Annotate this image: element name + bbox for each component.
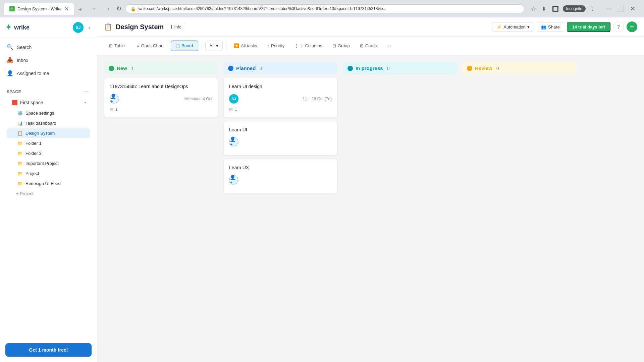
window-maximize-button[interactable]: ⬜ [615,4,626,14]
reload-button[interactable]: ↻ [114,4,123,14]
sidebar-space-section: Space ⋯ First space ▾ ⚙️ Space settings … [0,82,97,200]
window-close-button[interactable]: ✕ [628,4,637,14]
board-icon: ⬚ [176,43,180,48]
tab-gantt[interactable]: ≡ Gantt Chart [132,41,169,51]
more-options-button[interactable]: ··· [383,40,395,52]
info-button[interactable]: ℹ Info [167,23,185,31]
download-button[interactable]: ⬇ [540,4,548,13]
task-title: 1197315045: Learn about DesignOps [110,83,212,90]
sidebar-item-inbox[interactable]: 📥 Inbox [0,54,97,67]
new-tab-button[interactable]: + [75,4,85,15]
column-count-new: 1 [131,66,134,71]
sidebar-item-important-project[interactable]: 📁 Important Project [7,159,90,168]
sidebar-item-search[interactable]: 🔍 Search [0,41,97,54]
column-count-planned: 3 [260,66,262,71]
forward-button[interactable]: → [102,4,112,14]
extensions-button[interactable]: 🔲 [550,4,561,13]
column-header-review[interactable]: Review 0 [462,62,576,74]
task-card[interactable]: 1197315045: Learn about DesignOps 👤+ Mil… [104,78,218,118]
global-add-button[interactable]: + [627,21,637,32]
gantt-label: Gantt Chart [141,43,164,48]
space-settings-label: Space settings [25,111,54,116]
cards-button[interactable]: ⊞ Cards [356,41,381,51]
board-column-inprogress: In progress 0 [343,62,457,355]
search-icon: 🔍 [7,44,13,50]
sidebar-header: ✦ wrike SJ ‹ [0,17,97,38]
all-dropdown[interactable]: All ▾ [205,41,223,51]
user-avatar[interactable]: SJ [73,22,84,33]
help-button[interactable]: ? [613,21,624,32]
space-icon [12,100,17,105]
sidebar-item-space-settings[interactable]: ⚙️ Space settings [7,108,90,118]
sidebar-item-assigned[interactable]: 👤 Assigned to me [0,67,97,80]
topbar-page-icon: 📋 [104,23,112,31]
topbar-title-area: 📋 Design System ℹ Info [104,23,185,31]
sidebar-item-first-space[interactable]: First space ▾ [7,97,90,108]
priority-button[interactable]: ↕ Priority [263,41,288,51]
folder3-icon: 📁 [17,151,23,156]
free-trial-button[interactable]: Get 1 month free! [5,343,92,357]
task-meta: 👤+ [229,175,332,185]
active-browser-tab[interactable]: ✓ Design System - Wrike ✕ [4,3,74,15]
space-section-header: Space ⋯ [5,86,92,97]
column-title-new: New [117,65,127,71]
tab-table[interactable]: ⊞ Table [104,41,130,51]
add-assignee-button[interactable]: 👤+ [229,137,238,146]
add-assignee-button[interactable]: 👤+ [110,94,119,104]
tab-title: Design System - Wrike [17,6,62,11]
tab-close-button[interactable]: ✕ [64,6,69,12]
tab-board[interactable]: ⬚ Board [171,41,198,51]
task-card[interactable]: Learn UX 👤+ [223,159,337,194]
column-header-new[interactable]: New 1 [104,62,218,74]
board-area: New 1 1197315045: Learn about DesignOps … [97,55,644,362]
sidebar-item-redesign-ui-feed[interactable]: 📁 Redesign UI Feed [7,179,90,188]
window-minimize-button[interactable]: ─ [604,4,613,14]
filter-icon: 🔽 [234,43,239,48]
sidebar: ✦ wrike SJ ‹ 🔍 Search 📥 Inbox 👤 Assigned… [0,17,97,362]
trial-badge-button[interactable]: 14 trial days left [567,22,610,32]
bookmark-button[interactable]: ☆ [529,4,538,13]
space-section-title: Space [7,89,21,94]
add-project-button[interactable]: + Project [5,189,92,198]
column-count-review: 0 [496,66,499,71]
task-card[interactable]: Learn UI design SJ 11 – 19 Oct (7d) ⊟ 1 [223,78,337,118]
share-button[interactable]: 👥 Share [537,22,564,32]
important-project-icon: 📁 [17,161,23,166]
browser-chrome: ✓ Design System - Wrike ✕ + ← → ↻ 🔒 wrik… [0,0,644,17]
columns-button[interactable]: ⋮⋮ Columns [290,41,326,51]
lock-icon: 🔒 [130,6,136,11]
task-card[interactable]: Learn UI 👤+ [223,121,337,156]
back-button[interactable]: ← [90,4,100,14]
address-bar[interactable]: 🔒 wrike.com/workspace.htm#acc=6250782#fo… [125,4,524,13]
project-label: Project [25,171,39,176]
subtask-count: 1 [115,107,118,112]
column-dot-new [109,66,114,71]
main-content: 📋 Design System ℹ Info ⚡ Automation ▾ 👥 … [97,17,644,362]
sidebar-collapse-button[interactable]: ‹ [87,23,92,33]
board-label: Board [181,43,193,48]
group-button[interactable]: ⊟ Group [328,41,354,51]
column-header-planned[interactable]: Planned 3 [223,62,337,74]
add-assignee-button[interactable]: 👤+ [229,175,238,185]
sidebar-item-folder1[interactable]: 📁 Folder 1 [7,138,90,148]
sidebar-navigation: 🔍 Search 📥 Inbox 👤 Assigned to me [0,38,97,82]
sidebar-item-task-dashboard[interactable]: 📊 Task dashboard [7,118,90,128]
table-icon: ⊞ [109,43,113,48]
all-tasks-filter-button[interactable]: 🔽 All tasks [230,41,261,51]
address-text: wrike.com/workspace.htm#acc=6250782#fold… [139,6,519,11]
space-more-button[interactable]: ⋯ [82,88,90,96]
dashboard-icon: 📊 [17,121,23,126]
automation-button[interactable]: ⚡ Automation ▾ [492,22,534,32]
column-header-inprogress[interactable]: In progress 0 [343,62,457,74]
sidebar-item-folder3[interactable]: 📁 Folder 3 [7,148,90,158]
subtask-count: 1 [235,107,237,112]
sidebar-item-project[interactable]: 📁 Project [7,169,90,178]
board-column-review: Review 0 [462,62,576,355]
sidebar-assigned-label: Assigned to me [17,71,49,76]
column-count-inprogress: 0 [387,66,390,71]
topbar: 📋 Design System ℹ Info ⚡ Automation ▾ 👥 … [97,17,644,37]
sidebar-item-design-system[interactable]: 📋 Design System [7,128,90,138]
menu-button[interactable]: ⋮ [588,4,597,13]
task-meta: 👤+ Milestone 4 Oct [110,94,212,104]
wrike-logo-icon: ✦ [5,23,11,32]
